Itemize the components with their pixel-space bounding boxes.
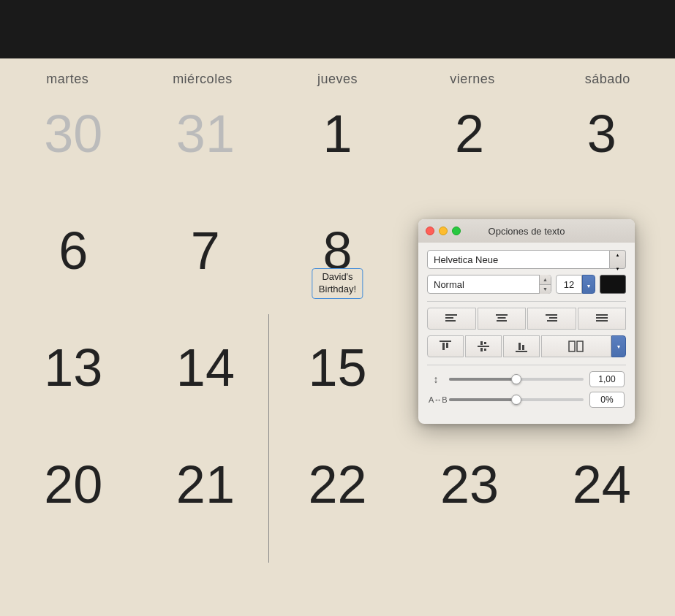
columns-dropdown-icon: ▼ [616,344,622,349]
valign-middle-icon [477,340,490,353]
svg-rect-5 [497,320,507,322]
vertical-align-row: ▼ [427,335,626,357]
day-number-7: 7 [191,221,220,280]
font-style-stepper-up[interactable]: ▲ [540,275,551,285]
char-spacing-track[interactable] [449,398,584,401]
style-size-row: Normal ▲ ▼ 12 [427,275,626,294]
close-button[interactable] [426,227,434,235]
event-davids-birthday[interactable]: David'sBirthday! [312,268,363,299]
char-spacing-fill [449,398,516,401]
svg-rect-17 [478,346,489,347]
font-size-input[interactable]: 12 [556,275,582,294]
svg-rect-15 [480,341,483,345]
font-stepper-up-icon [616,246,620,259]
connector-line [268,314,269,563]
svg-rect-20 [518,343,521,350]
font-size-group: 12 [556,275,595,294]
columns-button[interactable] [542,335,611,357]
day-cell-14: 14 [140,341,272,394]
line-spacing-icon: ↕ [429,373,443,385]
svg-rect-3 [496,314,508,316]
day-cell-22: 22 [271,458,404,511]
columns-group: ▼ [541,335,626,357]
svg-rect-6 [546,314,557,316]
align-right-button[interactable] [527,308,576,330]
traffic-lights [426,227,461,235]
day-number-6: 6 [59,221,88,280]
svg-rect-0 [445,314,457,316]
font-style-select[interactable]: Normal ▲ ▼ [427,275,551,294]
svg-rect-8 [547,320,557,322]
valign-bottom-button[interactable] [503,335,540,357]
svg-rect-19 [484,349,486,351]
line-spacing-track[interactable] [449,378,584,381]
svg-rect-4 [497,317,505,319]
align-justify-icon [595,313,608,324]
font-name-select[interactable]: Helvetica Neue [427,250,610,269]
valign-top-icon [439,340,452,353]
font-select-row: Helvetica Neue [427,250,626,269]
font-color-swatch[interactable] [600,275,626,294]
minimize-button[interactable] [439,227,448,235]
font-style-stepper[interactable]: ▲ ▼ [539,275,551,294]
font-stepper-down-icon [616,260,620,273]
font-style-label: Normal [428,279,539,290]
svg-rect-22 [516,351,527,352]
valign-middle-button[interactable] [465,335,502,357]
day-cell-3: 3 [535,107,668,160]
day-number-1: 1 [323,104,352,163]
align-left-button[interactable] [427,308,476,330]
day-cell-31: 31 [140,107,272,160]
day-header-viernes: viernes [405,72,540,87]
line-spacing-value: 1,00 [589,371,625,387]
align-center-icon [495,313,508,324]
font-select-stepper[interactable] [610,250,626,269]
valign-top-button[interactable] [427,335,464,357]
line-spacing-row: ↕ 1,00 [427,371,626,387]
day-number-23: 23 [440,455,499,514]
svg-rect-1 [445,317,453,319]
week-row-4: 20 21 22 23 24 [7,445,668,562]
columns-dropdown[interactable]: ▼ [611,335,626,357]
align-right-icon [545,313,558,324]
day-number-14: 14 [176,338,235,397]
char-spacing-row: A↔B 0% [427,392,626,408]
day-number-15: 15 [308,338,366,397]
char-spacing-display: 0% [600,395,613,405]
day-number-31: 31 [176,104,235,163]
maximize-button[interactable] [452,227,461,235]
day-cell-30: 30 [7,107,140,160]
day-headers: martes miércoles jueves viernes sábado [0,58,675,94]
day-header-sabado: sábado [540,72,675,87]
text-options-panel: Opciones de texto Helvetica Neue Normal … [418,219,635,424]
font-size-dropdown[interactable] [582,275,595,294]
day-header-martes: martes [0,72,135,87]
day-number-21: 21 [176,455,235,514]
align-justify-button[interactable] [578,308,627,330]
font-style-stepper-down[interactable]: ▼ [540,285,551,294]
svg-rect-9 [596,314,608,316]
day-cell-23: 23 [404,458,536,511]
line-spacing-fill [449,378,516,381]
valign-bottom-icon [515,340,528,353]
svg-rect-2 [445,320,456,322]
svg-rect-18 [480,348,483,351]
align-center-button[interactable] [478,308,527,330]
divider-2 [427,365,626,365]
top-bar [0,0,675,58]
day-number-20: 20 [44,455,102,514]
font-name-label: Helvetica Neue [434,254,498,265]
day-cell-13: 13 [7,341,140,394]
svg-rect-14 [446,343,448,348]
week-row-1: 30 31 1 2 3 [7,94,668,211]
day-header-miercoles: miércoles [135,72,271,87]
divider-1 [427,301,626,302]
panel-title: Opciones de texto [489,226,565,237]
line-spacing-thumb[interactable] [511,374,521,384]
svg-rect-10 [596,317,608,319]
day-number-30: 30 [44,104,102,163]
font-size-value: 12 [564,279,574,290]
day-cell-7: 7 [140,224,272,277]
svg-rect-24 [577,341,583,351]
char-spacing-thumb[interactable] [511,395,521,405]
